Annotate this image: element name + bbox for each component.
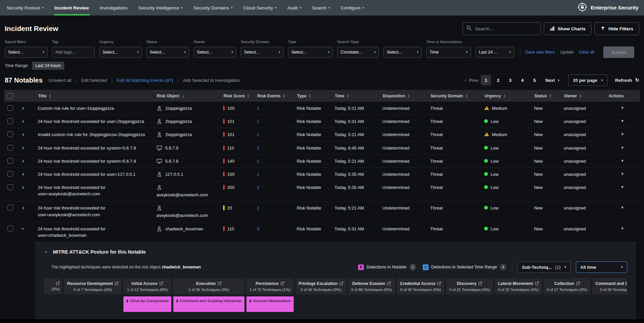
filter-select-urgency[interactable]: Select...▾ <box>99 47 142 58</box>
prev-arrow-icon[interactable]: ‹ <box>463 77 468 84</box>
column-header-security-domain[interactable]: Security Domain▲▼ <box>427 92 481 100</box>
row-actions-dropdown[interactable]: ▼ <box>621 118 624 124</box>
row-actions-dropdown[interactable]: ▼ <box>621 158 624 164</box>
technique-chip-drive-by-compromise[interactable]: Drive-by Compromise <box>123 296 171 312</box>
column-header-risk-score[interactable]: Risk Score▲▼ <box>220 92 254 100</box>
nav-item-investigations[interactable]: Investigations <box>94 0 133 15</box>
tag-input[interactable] <box>52 47 95 58</box>
chevron-down-icon[interactable]: › <box>43 251 49 253</box>
sub-techniques-dropdown[interactable]: Sub-Techniq... (1) ▾ <box>518 261 570 273</box>
nav-item-configure[interactable]: Configure▾ <box>335 0 370 15</box>
time-range-dropdown[interactable]: All time ▾ <box>576 261 627 273</box>
filter-select-extra-8[interactable]: Select...▾ <box>383 47 422 58</box>
clear-all-link[interactable]: Clear all <box>579 50 594 55</box>
chevron-right-icon[interactable]: › <box>22 205 24 211</box>
row-actions-dropdown[interactable]: ▼ <box>621 226 624 231</box>
row-checkbox[interactable] <box>7 184 13 190</box>
nav-item-security-domains[interactable]: Security Domains▾ <box>188 0 238 15</box>
row-actions-dropdown[interactable]: ▼ <box>621 184 624 190</box>
column-header-type[interactable]: Type▲▼ <box>293 92 331 100</box>
row-actions-dropdown[interactable]: ▼ <box>621 105 624 111</box>
filter-select-type[interactable]: Select...▾ <box>288 47 333 58</box>
per-page-dropdown[interactable]: 20 per page ▾ <box>568 74 608 86</box>
mitre-tactic-header[interactable]: Execution1 of 35 Techniques (3%) <box>173 278 244 294</box>
nav-item-security-intelligence[interactable]: Security Intelligence▾ <box>133 0 188 15</box>
row-checkbox[interactable] <box>7 158 13 164</box>
risk-events-link[interactable]: 2 <box>257 145 259 151</box>
chevron-right-icon[interactable]: › <box>22 145 24 151</box>
row-checkbox[interactable] <box>7 226 13 231</box>
nav-item-audit[interactable]: Audit▾ <box>282 0 306 15</box>
nav-item-incident-review[interactable]: Incident Review <box>49 0 94 15</box>
mitre-tactic-header[interactable]: Persistence1 of 70 Techniques (1%) <box>246 278 294 294</box>
notables-action-unselect-all[interactable]: Unselect all <box>49 78 71 83</box>
next-arrow-icon[interactable]: › <box>556 77 561 84</box>
column-header-risk-events[interactable]: Risk Events▲▼ <box>254 92 293 100</box>
page-button-3[interactable]: 3 <box>505 75 515 85</box>
risk-events-link[interactable]: 2 <box>257 205 259 211</box>
technique-chip-account-manipulation[interactable]: Account Manipulation <box>246 296 294 312</box>
chevron-right-icon[interactable]: › <box>22 131 24 137</box>
mitre-tactic-header[interactable]: Privilege Escalation0 of 40 Techniques (… <box>296 278 346 294</box>
notables-action-edit-all-matching-events-87[interactable]: Edit All Matching Events (87) <box>117 78 173 83</box>
notables-action-add-selected-to-investigation[interactable]: Add Selected to Investigation <box>183 78 239 83</box>
filter-select-saved-filters[interactable]: Select...▾ <box>5 47 48 58</box>
page-button-5[interactable]: 5 <box>529 75 539 85</box>
save-new-filters-link[interactable]: Save new filters <box>525 50 555 55</box>
row-checkbox[interactable] <box>7 105 13 111</box>
row-actions-dropdown[interactable]: ▼ <box>621 205 624 211</box>
risk-events-link[interactable]: 3 <box>257 226 259 232</box>
filter-select-extra-10[interactable]: Last 24 ...▾ <box>475 47 514 58</box>
update-link[interactable]: Update <box>560 50 574 55</box>
page-button-2[interactable]: 2 <box>493 75 503 85</box>
row-actions-dropdown[interactable]: ▼ <box>621 171 624 177</box>
row-checkbox[interactable] <box>7 205 13 211</box>
chevron-down-icon[interactable]: › <box>20 228 26 229</box>
row-checkbox[interactable] <box>7 171 13 177</box>
mitre-tactic-header[interactable]: Discovery0 of 31 Techniques (0%) <box>446 278 493 294</box>
chevron-right-icon[interactable]: › <box>22 158 24 164</box>
mitre-tactic-header[interactable]: Command and Control0 of 26 Techniques (0… <box>592 278 627 294</box>
mitre-tactic-header[interactable]: Credential Access0 of 30 Techniques (0%) <box>397 278 444 294</box>
column-header-owner[interactable]: Owner▲▼ <box>560 92 605 100</box>
risk-events-link[interactable]: 1 <box>257 131 259 138</box>
column-header-status[interactable]: Status▲▼ <box>531 92 560 100</box>
column-header-risk-object[interactable]: Risk Object↓ <box>153 92 220 100</box>
nav-item-cloud-security[interactable]: Cloud Security▾ <box>238 0 282 15</box>
nav-item-security-posture[interactable]: Security Posture▾ <box>1 0 49 15</box>
select-all-checkbox[interactable] <box>7 93 13 99</box>
filter-select-owner[interactable]: Select...▾ <box>194 47 236 58</box>
risk-events-link[interactable]: 2 <box>257 158 259 164</box>
filter-select-security-domain[interactable]: Select...▾ <box>241 47 284 58</box>
mitre-tactic-header[interactable]: Collection0 of 17 Techniques (0%) <box>544 278 590 294</box>
risk-events-link[interactable]: 1 <box>257 105 259 111</box>
notables-action-edit-selected[interactable]: Edit Selected <box>81 78 107 83</box>
nav-item-search[interactable]: Search▾ <box>307 0 335 15</box>
search-input[interactable] <box>474 26 537 32</box>
risk-events-link[interactable]: 2 <box>257 184 259 191</box>
time-range-tag[interactable]: Last 24 hours <box>32 62 64 70</box>
next-button[interactable]: Next <box>545 78 555 83</box>
page-button-1[interactable]: 1 <box>481 75 491 85</box>
risk-events-link[interactable]: 1 <box>257 171 259 177</box>
filter-select-search-type[interactable]: Correlatio...▾ <box>337 47 379 58</box>
page-button-4[interactable]: 4 <box>517 75 527 85</box>
chevron-right-icon[interactable]: › <box>22 105 24 111</box>
chevron-right-icon[interactable]: › <box>22 184 24 190</box>
chevron-right-icon[interactable]: › <box>22 118 24 124</box>
risk-events-link[interactable]: 1 <box>257 118 259 125</box>
row-checkbox[interactable] <box>7 118 13 124</box>
mitre-tactic-header[interactable]: Defense Evasion0 of 88 Techniques (0%) <box>348 278 395 294</box>
hide-filters-button[interactable]: Hide Filters <box>594 22 639 35</box>
brand[interactable]: Enterprise Security <box>577 0 639 15</box>
submit-button[interactable]: Submit <box>603 46 634 58</box>
column-header-title[interactable]: Title▲▼ <box>34 92 153 100</box>
technique-chip-command-and-scripting-interpreter[interactable]: Command and Scripting Interpreter <box>173 296 244 312</box>
mitre-tactic-header[interactable]: Initial Access1 of 12 Techniques (8%) <box>123 278 171 294</box>
show-charts-button[interactable]: Show Charts <box>544 22 592 35</box>
mitre-tactic-header[interactable]: (0%) <box>44 278 62 294</box>
row-checkbox[interactable] <box>7 145 13 151</box>
column-header-disposition[interactable]: Disposition▲▼ <box>379 92 427 100</box>
filter-select-status[interactable]: Select...▾ <box>146 47 189 58</box>
row-checkbox[interactable] <box>7 131 13 137</box>
